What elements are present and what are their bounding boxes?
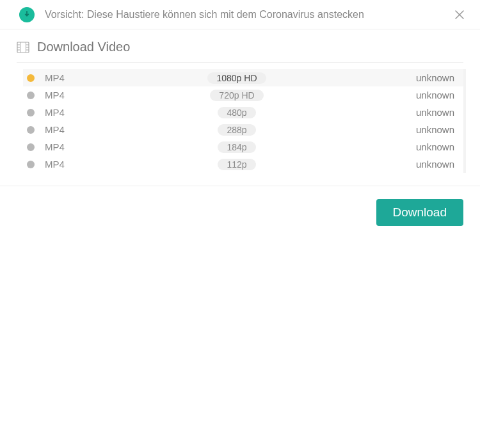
radio-icon xyxy=(27,109,35,116)
quality-option-row[interactable]: MP4480punknown xyxy=(23,104,463,121)
format-label: MP4 xyxy=(45,107,198,118)
header-title: Vorsicht: Diese Haustiere können sich mi… xyxy=(45,9,444,20)
quality-option-row[interactable]: MP4184punknown xyxy=(23,138,463,156)
size-label: unknown xyxy=(416,159,457,170)
quality-option-row[interactable]: MP4720p HDunknown xyxy=(23,86,463,104)
video-icon xyxy=(17,42,29,53)
footer: Download xyxy=(0,186,480,226)
download-video-section: Download Video MP41080p HDunknownMP4720p… xyxy=(0,29,480,173)
section-title: Download Video xyxy=(37,40,130,54)
radio-icon xyxy=(27,161,35,168)
quality-badge: 112p xyxy=(218,159,255,170)
quality-badge: 720p HD xyxy=(210,90,263,101)
radio-icon xyxy=(27,143,35,151)
app-logo-icon xyxy=(19,7,35,22)
quality-option-row[interactable]: MP4112punknown xyxy=(23,156,463,173)
header: Vorsicht: Diese Haustiere können sich mi… xyxy=(0,0,480,29)
format-label: MP4 xyxy=(45,124,198,135)
quality-list: MP41080p HDunknownMP4720p HDunknownMP448… xyxy=(23,69,463,173)
scrollbar[interactable] xyxy=(463,69,466,173)
format-label: MP4 xyxy=(45,159,198,170)
size-label: unknown xyxy=(416,72,457,83)
size-label: unknown xyxy=(416,107,457,118)
format-label: MP4 xyxy=(45,141,198,152)
quality-badge: 480p xyxy=(218,107,255,118)
size-label: unknown xyxy=(416,90,457,100)
quality-option-row[interactable]: MP4288punknown xyxy=(23,121,463,138)
radio-icon xyxy=(27,92,35,99)
quality-badge: 288p xyxy=(218,124,255,136)
quality-option-row[interactable]: MP41080p HDunknown xyxy=(23,69,463,86)
format-label: MP4 xyxy=(45,72,198,83)
quality-badge: 1080p HD xyxy=(207,72,266,84)
format-label: MP4 xyxy=(45,90,198,100)
section-heading: Download Video xyxy=(17,40,463,63)
close-button[interactable] xyxy=(452,7,467,22)
download-button[interactable]: Download xyxy=(376,199,464,226)
radio-icon xyxy=(27,126,35,134)
radio-icon xyxy=(27,74,35,82)
quality-badge: 184p xyxy=(218,141,255,153)
size-label: unknown xyxy=(416,124,457,135)
size-label: unknown xyxy=(416,141,457,152)
